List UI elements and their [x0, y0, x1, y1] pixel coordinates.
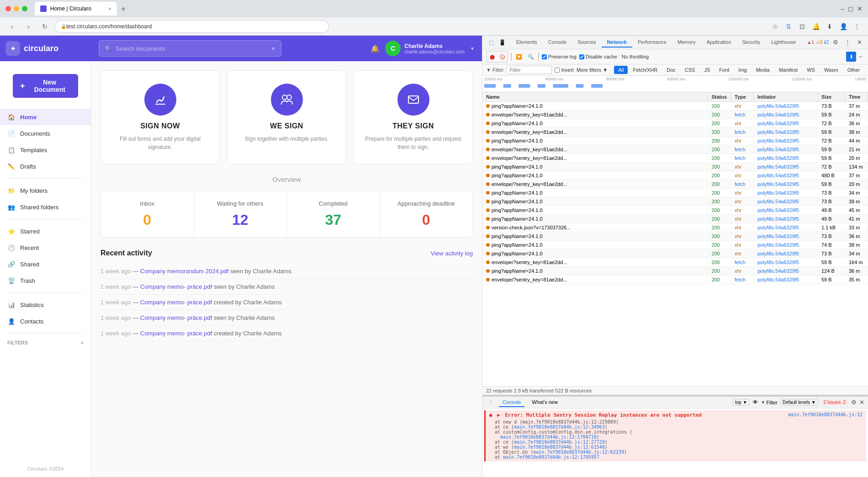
tab-close-button[interactable]: ×	[109, 6, 111, 11]
extension-icon-2[interactable]: ⊡	[797, 21, 808, 32]
clear-network-icon[interactable]: 🚫	[498, 52, 507, 61]
devtools-close-icon[interactable]: ✕	[854, 37, 864, 48]
table-row[interactable]: ping?appName=24.1.0 200 xhr polyfills.54…	[482, 119, 868, 128]
preserve-log-checkbox[interactable]: Preserve log	[542, 54, 577, 59]
console-level-selector[interactable]: Default levels ▼	[780, 399, 818, 406]
user-dropdown-icon[interactable]: ▼	[470, 46, 475, 51]
table-row[interactable]: ping?appName=24.1.0 200 xhr polyfills.54…	[482, 197, 868, 206]
overview-waiting[interactable]: Waiting for others 12	[194, 191, 287, 238]
filter-doc[interactable]: Doc	[662, 66, 680, 74]
cell-initiator[interactable]: polyfills.54a6329f5	[754, 276, 818, 284]
invert-checkbox[interactable]: Invert	[555, 67, 574, 73]
minimize-traffic-light[interactable]	[14, 6, 19, 11]
sidebar-item-my-folders[interactable]: 📁 My folders	[0, 182, 91, 199]
cell-initiator[interactable]: polyfills.54a6329f5	[754, 154, 818, 163]
devtools-settings-icon[interactable]: ⚙	[831, 37, 841, 48]
search-dropdown-icon[interactable]: ▼	[271, 46, 275, 51]
new-tab-button[interactable]: +	[117, 3, 130, 16]
cell-initiator[interactable]: polyfills.54a6329f5	[754, 267, 818, 276]
sidebar-item-trash[interactable]: 🗑️ Trash	[0, 272, 91, 289]
table-row[interactable]: ping?appName=24.1.0 200 xhr polyfills.54…	[482, 102, 868, 111]
filter-ws[interactable]: WS	[803, 66, 819, 74]
they-sign-card[interactable]: THEY SIGN Prepare for multiple parties a…	[354, 70, 473, 164]
col-initiator[interactable]: Initiator	[754, 92, 818, 102]
cell-initiator[interactable]: polyfills.54a6329f5	[754, 119, 818, 128]
cell-initiator[interactable]: polyfills.54a6329f5	[754, 258, 818, 267]
devtools-tab-application[interactable]: Application	[701, 37, 737, 48]
console-menu-icon[interactable]: ⋮	[486, 398, 495, 407]
table-row[interactable]: ping?appName=24.1.0 200 xhr polyfills.54…	[482, 189, 868, 197]
table-row[interactable]: envelope/?sentry_key=81ae2dd... 200 fetc…	[482, 258, 868, 267]
forward-button[interactable]: ›	[22, 20, 35, 33]
header-search[interactable]: 🔍 Search documents ▼	[99, 40, 281, 57]
table-row[interactable]: ping?appName=24.1.0 200 xhr polyfills.54…	[482, 171, 868, 180]
view-activity-log-link[interactable]: View activity log	[431, 250, 473, 257]
table-row[interactable]: ping?appName=24.1.0 200 xhr polyfills.54…	[482, 241, 868, 249]
table-row[interactable]: ping?appName=24.1.0 200 xhr polyfills.54…	[482, 215, 868, 223]
filter-icon-btn[interactable]: 🔽	[514, 52, 524, 61]
cell-initiator[interactable]: polyfills.54a6329f5	[754, 137, 818, 145]
overview-inbox[interactable]: Inbox 0	[101, 191, 194, 238]
col-time[interactable]: Time	[845, 92, 868, 102]
user-profile[interactable]: C Charlie Adams charlie.adams@circularo.…	[385, 41, 475, 56]
devtools-tab-elements[interactable]: Elements	[511, 37, 543, 48]
table-row[interactable]: ping?appName=24.1.0 200 xhr polyfills.54…	[482, 206, 868, 215]
cell-initiator[interactable]: polyfills.54a6329f5	[754, 223, 818, 232]
restore-window-button[interactable]: ◻	[848, 5, 853, 12]
cell-initiator[interactable]: polyfills.54a6329f5	[754, 249, 818, 258]
col-type[interactable]: Type	[731, 92, 754, 102]
devtools-tab-network[interactable]: Network	[602, 37, 632, 48]
sidebar-item-recent[interactable]: 🕐 Recent	[0, 239, 91, 256]
record-stop-icon[interactable]: ⬤	[487, 52, 497, 61]
console-close-icon[interactable]: ✕	[859, 399, 864, 406]
bookmark-star-icon[interactable]: ☆	[769, 21, 780, 32]
devtools-device-icon[interactable]: 📱	[497, 37, 507, 48]
sidebar-item-documents[interactable]: 📄 Documents	[0, 125, 91, 142]
cell-initiator[interactable]: polyfills.54a6329f5	[754, 189, 818, 197]
filter-font[interactable]: Font	[715, 66, 733, 74]
table-row[interactable]: envelope/?sentry_key=81ae2dd... 200 fetc…	[482, 128, 868, 137]
add-filter-button[interactable]: +	[81, 340, 84, 345]
reload-button[interactable]: ↻	[38, 20, 51, 33]
download-icon[interactable]: ⬇	[824, 21, 835, 32]
cell-initiator[interactable]: polyfills.54a6329f5	[754, 241, 818, 249]
back-button[interactable]: ‹	[5, 20, 18, 33]
sidebar-item-home[interactable]: 🏠 Home	[0, 109, 91, 125]
devtools-tab-sources[interactable]: Sources	[572, 37, 601, 48]
devtools-vertical-dots-icon[interactable]: ⋮	[842, 37, 852, 48]
table-row[interactable]: ping?appName=24.1.0 200 xhr polyfills.54…	[482, 249, 868, 258]
table-row[interactable]: ping?appName=24.1.0 200 xhr polyfills.54…	[482, 137, 868, 145]
cell-initiator[interactable]: polyfills.54a6329f5	[754, 163, 818, 171]
disable-cache-checkbox[interactable]: Disable cache	[579, 54, 617, 59]
filter-other[interactable]: Other	[843, 66, 864, 74]
cell-initiator[interactable]: polyfills.54a6329f5	[754, 102, 818, 111]
sidebar-item-statistics[interactable]: 📊 Statistics	[0, 297, 91, 313]
cell-initiator[interactable]: polyfills.54a6329f5	[754, 197, 818, 206]
sidebar-item-templates[interactable]: 📋 Templates	[0, 142, 91, 158]
console-issues-badge[interactable]: 2 Issues: 2	[821, 399, 848, 405]
notification-bell-icon[interactable]: 🔔	[370, 44, 380, 53]
filter-all[interactable]: All	[614, 66, 628, 74]
close-window-button[interactable]: ✕	[857, 5, 863, 12]
col-name[interactable]: Name	[482, 92, 708, 102]
cell-initiator[interactable]: polyfills.54a6329f5	[754, 145, 818, 154]
invert-input[interactable]	[555, 68, 560, 73]
table-row[interactable]: envelope/?sentry_key=81ae2dd... 200 fetc…	[482, 111, 868, 119]
filter-text-input[interactable]	[506, 66, 552, 74]
extension-icon-1[interactable]: S	[783, 21, 794, 32]
devtools-tab-performance[interactable]: Performance	[632, 37, 672, 48]
filter-manifest[interactable]: Manifest	[775, 66, 802, 74]
filter-js[interactable]: JS	[700, 66, 714, 74]
table-row[interactable]: ping?appName=24.1.0 200 xhr polyfills.54…	[482, 163, 868, 171]
devtools-tab-security[interactable]: Security	[737, 37, 766, 48]
we-sign-card[interactable]: WE SIGN Sign together with multiple part…	[227, 70, 346, 164]
devtools-tab-memory[interactable]: Memory	[672, 37, 701, 48]
search-network-icon[interactable]: 🔍	[526, 52, 535, 61]
console-tab-console[interactable]: Console	[499, 398, 524, 407]
table-row[interactable]: version-check.json?v=173037326... 200 xh…	[482, 223, 868, 232]
more-filters-btn[interactable]: More filters ▼	[577, 67, 608, 73]
no-throttling-select[interactable]: No throttling	[622, 54, 649, 59]
profile-icon[interactable]: 👤	[838, 21, 849, 32]
minimize-window-button[interactable]: –	[841, 5, 844, 12]
sign-now-card[interactable]: SIGN NOW Fill out forms and add your dig…	[101, 70, 220, 164]
